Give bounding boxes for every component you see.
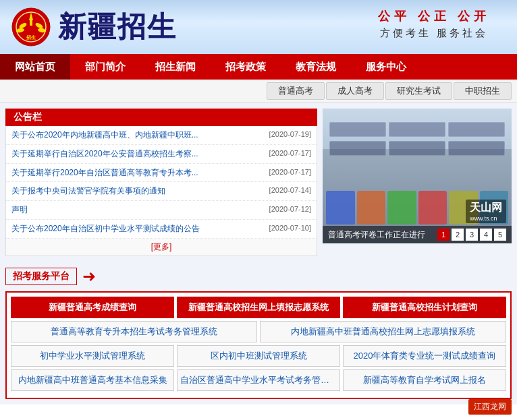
logo-emblem: 招生 [11,7,51,47]
img-dot-3[interactable]: 3 [466,229,478,241]
ann-item-4[interactable]: 关于报考中央司法警官学院有关事项的通知 [2020-07-14] [6,182,317,201]
news-image: 天山网 www.ts.cn 普通高考评卷工作正在进行 1 2 3 4 5 [323,109,512,243]
service-btn-junior-test[interactable]: 初中学业水平测试管理系统 [11,345,174,367]
ann-item-2[interactable]: 关于延期举行自治区2020年公安普通高校招生考察... [2020-07-17] [6,145,317,164]
service-btn-district-test[interactable]: 区内初中班测试管理系统 [177,345,340,367]
ann-title-4: 关于报考中央司法警官学院有关事项的通知 [11,185,264,197]
arrow-icon: ➜ [82,267,96,286]
sub-nav: 普通高考 成人高考 研究生考试 中职招生 [0,80,517,103]
service-btn-self-study[interactable]: 新疆高等教育自学考试网上报名 [343,369,506,391]
service-btn-sports-score[interactable]: 2020年体育类专业统一测试成绩查询 [343,345,506,367]
announcements-list: 关于公布2020年内地新疆高中班、内地新疆中职班... [2020-07-19]… [5,126,317,256]
service-btn-gaokao-score[interactable]: 新疆普通高考成绩查询 [11,297,174,318]
service-grid: 新疆普通高考成绩查询 新疆普通高校招生网上填报志愿系统 新疆普通高校招生计划查询… [5,291,512,399]
ann-item-1[interactable]: 关于公布2020年内地新疆高中班、内地新疆中职班... [2020-07-19] [6,126,317,145]
slogan-bottom: 方便考生 服务社会 [378,27,490,40]
service-row-4: 内地新疆高中班普通高考基本信息采集 自治区普通高中学业水平考试考务管理系统 新疆… [11,369,506,391]
service-btn-neidi-info[interactable]: 内地新疆高中班普通高考基本信息采集 [11,369,174,391]
sub-nav-gaokao[interactable]: 普通高考 [267,82,325,100]
sub-nav-graduate[interactable]: 研究生考试 [385,82,452,100]
ann-item-6[interactable]: 关于公布2020年自治区初中学业水平测试成绩的公告 [2020-07-10] [6,220,317,239]
ann-date-3: [2020-07-17] [269,167,311,179]
img-overlay: 普通高考评卷工作正在进行 1 2 3 4 5 [323,226,512,243]
ann-date-5: [2020-07-12] [269,204,311,216]
img-simulation: 天山网 www.ts.cn [323,109,512,243]
img-dot-1[interactable]: 1 [437,229,450,241]
logo-area: 招生 新疆招生 [11,7,177,47]
svg-rect-3 [30,20,32,26]
nav-item-law[interactable]: 教育法规 [281,54,351,80]
ann-date-4: [2020-07-14] [269,185,311,197]
bottom-watermark: 江西龙网 [468,399,512,404]
more-anchor[interactable]: [更多] [151,242,172,251]
ann-item-3[interactable]: 关于延期举行2020年自治区普通高等教育专升本考... [2020-07-17] [6,164,317,183]
service-btn-neidi-volunteer[interactable]: 内地新疆高中班普通高校招生网上志愿填报系统 [260,321,506,342]
announcement-panel-title: 公告栏 [5,109,317,126]
img-dot-5[interactable]: 5 [494,229,506,241]
ann-date-1: [2020-07-19] [269,129,311,141]
service-section-title: 招考服务平台 [5,268,77,285]
ann-item-5[interactable]: 声明 [2020-07-12] [6,201,317,220]
site-title: 新疆招生 [58,8,177,46]
slogan-top: 公平 公正 公开 [378,8,490,24]
sub-nav-vocational[interactable]: 中职招生 [454,82,512,100]
ann-title-5: 声明 [11,204,264,216]
left-panel: 公告栏 关于公布2020年内地新疆高中班、内地新疆中职班... [2020-07… [5,109,317,256]
nav-item-news[interactable]: 招生新闻 [140,54,211,80]
nav-item-dept[interactable]: 部门简介 [70,54,140,80]
ts-watermark: 天山网 www.ts.cn [466,200,506,223]
service-header: 招考服务平台 ➜ [5,267,512,286]
sub-nav-adult[interactable]: 成人高考 [326,82,384,100]
service-btn-zhuanshengben[interactable]: 普通高等教育专升本招生考试考务管理系统 [11,321,257,342]
right-panel: 天山网 www.ts.cn 普通高考评卷工作正在进行 1 2 3 4 5 [323,109,512,256]
service-btn-volunteer-system[interactable]: 新疆普通高校招生网上填报志愿系统 [177,297,340,318]
ann-date-6: [2020-07-10] [269,223,311,235]
service-row-2: 普通高等教育专升本招生考试考务管理系统 内地新疆高中班普通高校招生网上志愿填报系… [11,321,506,342]
service-btn-plan-query[interactable]: 新疆普通高校招生计划查询 [343,297,506,318]
ann-title-2: 关于延期举行自治区2020年公安普通高校招生考察... [11,148,264,160]
nav-item-service[interactable]: 服务中心 [351,54,421,80]
ann-title-3: 关于延期举行2020年自治区普通高等教育专升本考... [11,167,264,179]
img-caption: 普通高考评卷工作正在进行 [328,229,432,241]
ann-date-2: [2020-07-17] [269,148,311,160]
service-btn-senior-exam[interactable]: 自治区普通高中学业水平考试考务管理系统 [177,369,340,391]
service-row-3: 初中学业水平测试管理系统 区内初中班测试管理系统 2020年体育类专业统一测试成… [11,345,506,367]
service-section: 招考服务平台 ➜ 新疆普通高考成绩查询 新疆普通高校招生网上填报志愿系统 新疆普… [0,262,517,404]
ann-title-1: 关于公布2020年内地新疆高中班、内地新疆中职班... [11,129,264,141]
svg-text:招生: 招生 [26,34,36,40]
service-row-1: 新疆普通高考成绩查询 新疆普通高校招生网上填报志愿系统 新疆普通高校招生计划查询 [11,297,506,318]
content-area: 公告栏 关于公布2020年内地新疆高中班、内地新疆中职班... [2020-07… [0,103,517,262]
img-dot-2[interactable]: 2 [452,229,464,241]
ann-title-6: 关于公布2020年自治区初中学业水平测试成绩的公告 [11,223,264,235]
main-nav: 网站首页 部门简介 招生新闻 招考政策 教育法规 服务中心 [0,54,517,80]
img-dot-4[interactable]: 4 [480,229,492,241]
nav-item-policy[interactable]: 招考政策 [211,54,281,80]
more-link[interactable]: [更多] [6,239,317,256]
nav-item-home[interactable]: 网站首页 [0,54,70,80]
site-header: 招生 新疆招生 公平 公正 公开 方便考生 服务社会 [0,0,517,54]
header-slogans: 公平 公正 公开 方便考生 服务社会 [378,8,490,40]
img-nav-dots: 1 2 3 4 5 [437,229,506,241]
